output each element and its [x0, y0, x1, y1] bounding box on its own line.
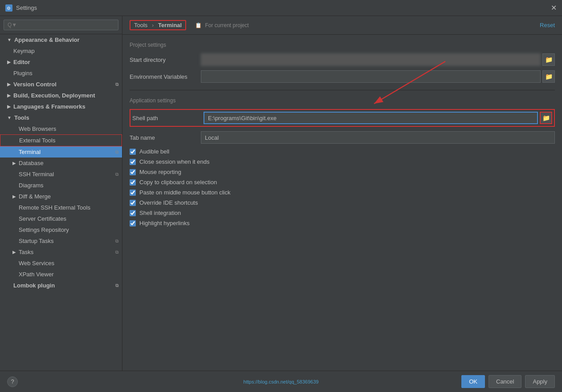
main-container: ▼Appearance & Behavior▶Keymap▶Editor▶Plu…	[0, 16, 562, 371]
sidebar-item-version-control[interactable]: ▶Version Control⧉	[0, 79, 122, 90]
sidebar-item-plugins[interactable]: ▶Plugins	[0, 68, 122, 79]
checkbox-label-paste-middle: Paste on middle mouse button click	[139, 189, 231, 196]
csdn-link[interactable]: https://blog.csdn.net/qq_58369639	[244, 379, 319, 384]
sidebar-item-startup-tasks[interactable]: ▶Startup Tasks⧉	[0, 235, 122, 247]
shell-path-input[interactable]	[204, 112, 538, 124]
start-directory-browse-button[interactable]: 📁	[542, 53, 555, 66]
sidebar-item-label: Languages & Frameworks	[13, 103, 86, 110]
sidebar: ▼Appearance & Behavior▶Keymap▶Editor▶Plu…	[0, 16, 122, 371]
checkbox-label-shell-integration: Shell integration	[139, 210, 181, 216]
checkbox-mouse-reporting[interactable]	[130, 169, 136, 175]
shell-path-row: Shell path 📁	[130, 109, 555, 127]
checkbox-row-copy-clipboard: Copy to clipboard on selection	[130, 179, 555, 186]
checkbox-highlight-hyperlinks[interactable]	[130, 220, 136, 226]
sidebar-item-label: Tools	[14, 114, 29, 121]
start-directory-label: Start directory	[130, 57, 201, 63]
sidebar-item-terminal[interactable]: ▶Terminal⧉	[0, 146, 122, 158]
sidebar-item-languages[interactable]: ▶Languages & Frameworks	[0, 101, 122, 112]
sidebar-item-tasks[interactable]: ▶Tasks⧉	[0, 247, 122, 258]
sidebar-item-keymap[interactable]: ▶Keymap	[0, 45, 122, 57]
search-box	[0, 16, 122, 34]
arrow-icon: ▶	[7, 82, 11, 87]
content-area: Tools › Terminal 📋 For current project R…	[122, 16, 562, 371]
breadcrumb-terminal-label: Terminal	[158, 22, 182, 28]
sidebar-item-diff-merge[interactable]: ▶Diff & Merge	[0, 191, 122, 202]
sidebar-item-label: Server Certificates	[19, 215, 66, 222]
checkbox-label-close-session: Close session when it ends	[139, 158, 210, 165]
sidebar-item-ssh-terminal[interactable]: ▶SSH Terminal⧉	[0, 169, 122, 180]
sidebar-item-web-services[interactable]: ▶Web Services	[0, 258, 122, 269]
env-variables-label: Environment Variables	[130, 73, 201, 80]
checkbox-row-paste-middle: Paste on middle mouse button click	[130, 189, 555, 196]
cancel-button[interactable]: Cancel	[489, 375, 521, 388]
start-directory-input-wrap: 📁	[201, 53, 555, 66]
reset-button[interactable]: Reset	[540, 22, 555, 28]
arrow-icon: ▶	[12, 194, 16, 199]
sidebar-item-label: Web Services	[19, 260, 54, 267]
env-variables-input-wrap: 📁	[201, 70, 555, 83]
sidebar-item-remote-ssh[interactable]: ▶Remote SSH External Tools	[0, 202, 122, 213]
checkbox-label-override-ide: Override IDE shortcuts	[139, 199, 198, 206]
sidebar-item-editor[interactable]: ▶Editor	[0, 57, 122, 68]
checkbox-row-mouse-reporting: Mouse reporting	[130, 169, 555, 175]
checkbox-shell-integration[interactable]	[130, 210, 136, 216]
sidebar-item-label: SSH Terminal	[19, 171, 54, 178]
checkbox-label-copy-clipboard: Copy to clipboard on selection	[139, 179, 217, 186]
for-current-project-label: 📋 For current project	[195, 22, 248, 28]
tab-name-input[interactable]	[201, 131, 555, 144]
search-input[interactable]	[4, 20, 118, 30]
sidebar-item-diagrams[interactable]: ▶Diagrams	[0, 180, 122, 191]
close-button[interactable]: ✕	[551, 4, 557, 12]
project-settings-label: Project settings	[130, 42, 555, 48]
sidebar-item-label: Database	[19, 160, 44, 166]
sidebar-item-label: Appearance & Behavior	[14, 36, 80, 43]
breadcrumb-tools-terminal: Tools › Terminal	[130, 20, 186, 30]
sidebar-item-label: Terminal	[19, 149, 41, 155]
arrow-icon: ▼	[7, 115, 12, 120]
checkbox-paste-middle[interactable]	[130, 190, 136, 196]
sidebar-item-lombok-plugin[interactable]: ▶Lombok plugin⧉	[0, 280, 122, 291]
checkbox-row-audible-bell: Audible bell	[130, 148, 555, 155]
breadcrumb: Tools › Terminal	[130, 20, 186, 30]
apply-button[interactable]: Apply	[525, 375, 555, 388]
sidebar-item-external-tools[interactable]: ▶External Tools	[0, 134, 122, 146]
checkbox-row-close-session: Close session when it ends	[130, 158, 555, 165]
sidebar-item-web-browsers[interactable]: ▶Web Browsers	[0, 123, 122, 134]
svg-text:⚙: ⚙	[7, 6, 11, 11]
arrow-icon: ▶	[7, 60, 11, 65]
checkbox-copy-clipboard[interactable]	[130, 179, 136, 186]
sidebar-item-label: Tasks	[19, 249, 33, 255]
sidebar-item-label: Diagrams	[19, 182, 44, 189]
sidebar-item-build[interactable]: ▶Build, Execution, Deployment	[0, 90, 122, 101]
checkbox-override-ide[interactable]	[130, 200, 136, 206]
sidebar-item-label: External Tools	[19, 137, 55, 144]
shell-path-input-wrap: 📁	[204, 112, 552, 124]
sidebar-item-label: Web Browsers	[19, 125, 56, 132]
arrow-icon: ▶	[12, 161, 16, 166]
env-variables-input[interactable]	[201, 70, 541, 83]
sidebar-item-settings-repo[interactable]: ▶Settings Repository	[0, 224, 122, 235]
start-directory-input[interactable]	[201, 53, 541, 66]
window-title: Settings	[16, 4, 551, 11]
breadcrumb-tools-label: Tools	[134, 22, 147, 28]
divider-1	[130, 90, 555, 90]
ok-button[interactable]: OK	[461, 375, 485, 388]
titlebar: ⚙ Settings ✕	[0, 0, 562, 16]
bottom-bar: ? https://blog.csdn.net/qq_58369639 OK C…	[0, 371, 562, 392]
shell-path-label: Shell path	[132, 115, 204, 121]
checkbox-label-audible-bell: Audible bell	[139, 148, 169, 155]
sidebar-item-database[interactable]: ▶Database	[0, 158, 122, 169]
checkbox-close-session[interactable]	[130, 159, 136, 165]
shell-path-browse-button[interactable]: 📁	[540, 112, 552, 124]
sidebar-item-label: Version Control	[13, 81, 57, 88]
sidebar-item-label: Editor	[13, 59, 30, 65]
env-variables-browse-button[interactable]: 📁	[542, 70, 555, 83]
breadcrumb-separator: ›	[152, 22, 154, 28]
checkbox-audible-bell[interactable]	[130, 149, 136, 155]
sidebar-item-server-certs[interactable]: ▶Server Certificates	[0, 213, 122, 224]
sidebar-item-label: Build, Execution, Deployment	[13, 92, 95, 99]
sidebar-item-appearance[interactable]: ▼Appearance & Behavior	[0, 34, 122, 45]
help-button[interactable]: ?	[7, 376, 18, 387]
sidebar-item-tools[interactable]: ▼Tools	[0, 112, 122, 123]
sidebar-item-xpath-viewer[interactable]: ▶XPath Viewer	[0, 269, 122, 280]
